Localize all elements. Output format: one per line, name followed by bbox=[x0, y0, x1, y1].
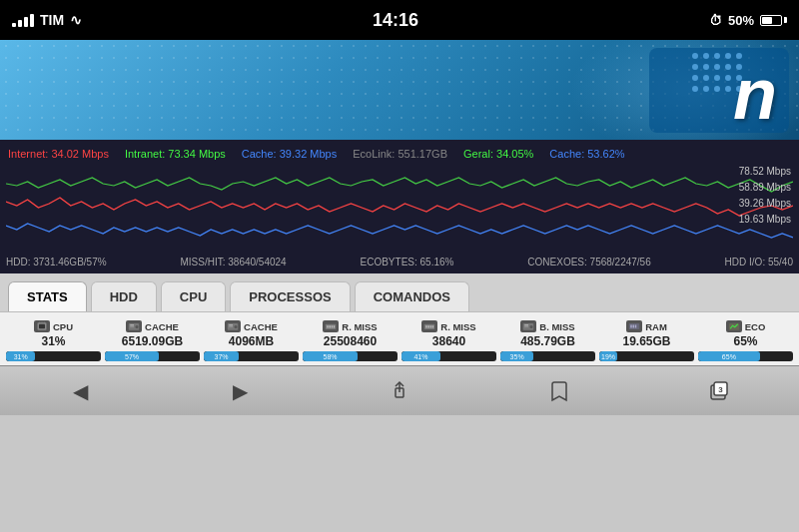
miss-hit-stat: MISS/HIT: 38640/54024 bbox=[180, 257, 286, 267]
intranet-label: Intranet: 73.34 Mbps bbox=[125, 148, 226, 160]
battery-percent: 50% bbox=[728, 13, 754, 28]
forward-button[interactable]: ▶ bbox=[215, 373, 265, 409]
svg-point-10 bbox=[235, 325, 238, 328]
stat-bar-fill: 58% bbox=[303, 351, 358, 361]
svg-rect-19 bbox=[426, 325, 428, 327]
stat-bar: 19% bbox=[599, 351, 694, 361]
conexoes-stat: CONEXOES: 7568/2247/56 bbox=[527, 257, 650, 267]
tab-cpu[interactable]: CPU bbox=[161, 281, 226, 311]
stat-cache: CACHE4096MB37% bbox=[204, 320, 299, 361]
stat-value: 19.65GB bbox=[622, 334, 670, 348]
cache1-label: Cache: 39.32 Mbps bbox=[242, 148, 337, 160]
stat-bar: 31% bbox=[6, 351, 101, 361]
svg-rect-14 bbox=[328, 325, 330, 327]
disk-icon bbox=[520, 320, 536, 332]
chart-canvas: 78.52 Mbps 58.89 Mbps 39.26 Mbps 19.63 M… bbox=[6, 164, 793, 254]
svg-rect-1 bbox=[39, 324, 45, 329]
share-button[interactable] bbox=[375, 373, 424, 409]
stat-header: RAM bbox=[626, 320, 667, 332]
stat-header: R. MISS bbox=[323, 320, 377, 332]
clock-icon: ⏱ bbox=[709, 13, 722, 28]
cache2-label: Cache: 53.62% bbox=[549, 148, 624, 160]
svg-rect-30 bbox=[635, 325, 637, 328]
chart-val-2: 58.89 Mbps bbox=[739, 180, 791, 196]
hdd-io-stat: HDD I/O: 55/40 bbox=[725, 257, 793, 267]
stat-bar-fill: 41% bbox=[401, 351, 440, 361]
tab-processos[interactable]: PROCESSOS bbox=[230, 281, 350, 311]
ecobytes-stat: ECOBYTES: 65.16% bbox=[361, 257, 454, 267]
svg-rect-16 bbox=[332, 325, 334, 327]
ecolink-label: EcoLink: 551.17GB bbox=[353, 148, 447, 160]
time-display: 14:16 bbox=[373, 10, 418, 31]
cpu-icon bbox=[34, 320, 50, 332]
stat-bar: 65% bbox=[698, 351, 793, 361]
chart-right-values: 78.52 Mbps 58.89 Mbps 39.26 Mbps 19.63 M… bbox=[739, 164, 791, 228]
stat-bar-fill: 31% bbox=[6, 351, 35, 361]
chart-val-4: 19.63 Mbps bbox=[739, 212, 791, 228]
stat-bar-fill: 65% bbox=[698, 351, 760, 361]
memory-icon bbox=[323, 320, 339, 332]
stat-bar: 57% bbox=[105, 351, 200, 361]
ram-icon bbox=[626, 320, 642, 332]
tab-hdd[interactable]: HDD bbox=[91, 281, 157, 311]
stat-value: 4096MB bbox=[229, 334, 274, 348]
tab-comandos[interactable]: COMANDOS bbox=[355, 281, 469, 311]
svg-rect-22 bbox=[432, 325, 433, 327]
svg-rect-20 bbox=[428, 325, 430, 327]
stat-bar: 35% bbox=[500, 351, 595, 361]
logo-container: n bbox=[649, 48, 789, 133]
stat-label: CACHE bbox=[244, 321, 278, 332]
stat-value: 65% bbox=[733, 334, 757, 348]
stat-r-miss: R. MISS2550846058% bbox=[303, 320, 398, 361]
stat-header: CACHE bbox=[126, 320, 179, 332]
stat-label: CPU bbox=[53, 321, 73, 332]
stat-value: 38640 bbox=[432, 334, 465, 348]
bottom-nav: ◀ ▶ 3 bbox=[0, 365, 799, 415]
stat-bar-fill: 35% bbox=[500, 351, 533, 361]
stat-r-miss: R. MISS3864041% bbox=[401, 320, 496, 361]
chart-area: Internet: 34.02 Mbps Intranet: 73.34 Mbp… bbox=[0, 140, 799, 273]
status-bar: TIM ∿ 14:16 ⏱ 50% bbox=[0, 0, 799, 40]
svg-text:3: 3 bbox=[718, 385, 723, 394]
stat-label: R. MISS bbox=[440, 321, 475, 332]
back-button[interactable]: ◀ bbox=[55, 373, 105, 409]
svg-rect-21 bbox=[430, 325, 432, 327]
signal-bars bbox=[12, 14, 34, 27]
chart-labels: Internet: 34.02 Mbps Intranet: 73.34 Mbp… bbox=[6, 148, 793, 160]
svg-rect-17 bbox=[334, 325, 335, 327]
svg-rect-28 bbox=[630, 325, 632, 328]
stat-bar-fill: 37% bbox=[204, 351, 239, 361]
disk-icon bbox=[126, 320, 142, 332]
tabs-bar: STATSHDDCPUPROCESSOSCOMANDOS bbox=[0, 273, 799, 312]
stat-bar: 58% bbox=[303, 351, 398, 361]
chart-val-3: 39.26 Mbps bbox=[739, 196, 791, 212]
stat-value: 485.79GB bbox=[520, 334, 575, 348]
wifi-icon: ∿ bbox=[70, 12, 82, 28]
stat-b-miss: B. MISS485.79GB35% bbox=[500, 320, 595, 361]
disk-icon bbox=[225, 320, 241, 332]
eco-icon bbox=[726, 320, 742, 332]
chart-val-1: 78.52 Mbps bbox=[739, 164, 791, 180]
geral-label: Geral: 34.05% bbox=[463, 148, 533, 160]
stat-header: B. MISS bbox=[520, 320, 574, 332]
svg-point-6 bbox=[136, 325, 139, 328]
status-left: TIM ∿ bbox=[12, 12, 82, 28]
tabs-button[interactable]: 3 bbox=[694, 373, 744, 409]
stat-cache: CACHE6519.09GB57% bbox=[105, 320, 200, 361]
stat-cpu: CPU31%31% bbox=[6, 320, 101, 361]
stat-header: CPU bbox=[34, 320, 73, 332]
stat-bar-fill: 57% bbox=[105, 351, 159, 361]
stat-header: CACHE bbox=[225, 320, 278, 332]
svg-rect-15 bbox=[330, 325, 332, 327]
internet-label: Internet: 34.02 Mbps bbox=[8, 148, 109, 160]
stat-ram: RAM19.65GB19% bbox=[599, 320, 694, 361]
bookmarks-button[interactable] bbox=[534, 373, 584, 409]
logo-n-letter: n bbox=[733, 53, 777, 133]
tab-stats[interactable]: STATS bbox=[8, 281, 87, 311]
svg-rect-29 bbox=[633, 325, 635, 328]
memory-icon bbox=[421, 320, 437, 332]
stat-value: 25508460 bbox=[324, 334, 377, 348]
stat-bar: 37% bbox=[204, 351, 299, 361]
hdd-stat: HDD: 3731.46GB/57% bbox=[6, 257, 107, 267]
stat-label: ECO bbox=[745, 321, 766, 332]
